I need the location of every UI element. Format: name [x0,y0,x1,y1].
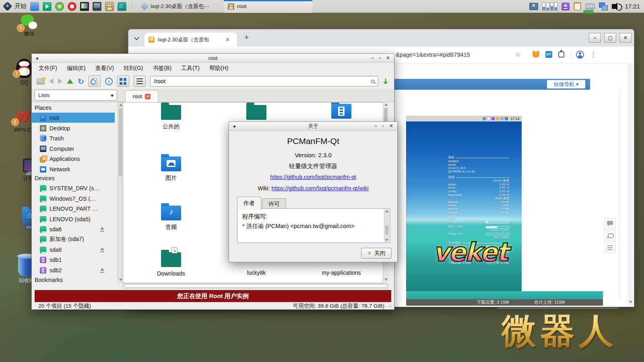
screenshot-tray-icon[interactable] [529,3,538,10]
sidebar-item-device[interactable]: sda8 [32,245,115,255]
dialog-scrollbar[interactable] [384,209,389,242]
fm-tab-close-icon[interactable]: ✕ [145,94,151,99]
folder-item[interactable]: lucky8k [232,269,281,276]
folder-item[interactable]: 图片 [147,156,195,182]
sidebar-item-applications[interactable]: Applications [32,154,115,164]
sidebar-item-network[interactable]: Network [32,164,115,174]
path-bar-input[interactable]: /root [150,76,378,86]
sidebar-scrollbar[interactable] [118,102,122,283]
resource-monitor-icon[interactable] [542,2,557,10]
filter-button[interactable] [89,76,101,87]
scroll-down-arrow-icon[interactable] [119,279,122,281]
sidebar-item-device[interactable]: LENOVO (sda5) [32,214,115,224]
about-project-link[interactable]: https://github.com/lxqt/pcmanfm-qt [270,174,356,180]
scrollbar-thumb[interactable] [385,225,388,235]
menu-bookmarks[interactable]: 书签(B) [153,65,171,72]
dialog-maximize-button[interactable]: ▫ [382,122,384,130]
thread-list-button[interactable] [604,242,615,253]
folder-item[interactable]: my-applications [317,269,365,276]
tab-authors[interactable]: 作者 [237,197,261,210]
sidebar-item-device[interactable]: LENOVO_PART … [32,204,115,214]
home-launcher-icon[interactable] [118,2,126,11]
browser-tab[interactable]: lxqt-2.30桌面（含原包 ✕ [144,33,237,47]
menu-dots-icon[interactable]: ⋮ [590,50,597,59]
start-menu-icon[interactable] [2,1,12,11]
tab-search-chevron-icon[interactable] [134,35,139,40]
taskbar-window-browser[interactable]: lxqt-2.30桌面（含原包⋯ [138,0,220,13]
reload-icon[interactable]: ↻ [78,78,84,85]
sidebar-item-desktop[interactable]: Desktop [32,123,115,133]
menu-edit[interactable]: 编辑(E) [67,65,86,72]
resize-grip[interactable] [388,304,392,308]
menu-go[interactable]: 转到(G) [124,65,143,72]
sidebar-item-computer[interactable]: Computer [32,144,115,154]
list-view-button[interactable] [134,76,146,87]
sidebar-mode-select[interactable]: Lists ▾ [35,90,117,101]
menu-help[interactable]: 帮助(H) [209,65,228,72]
folder-item[interactable] [232,105,281,120]
sidebar-item-device[interactable]: sdb2 [32,265,115,275]
folder-item-videos[interactable] [317,104,365,119]
icon-view-button[interactable] [117,76,129,87]
sidebar-item-device[interactable]: 新加卷 (sda7) [32,234,115,244]
fm-minimize-button[interactable]: – [371,54,374,62]
extension-cat-icon[interactable] [533,51,539,58]
dialog-title-bar[interactable]: 关于 – ▫ ✕ [229,122,397,131]
network-tray-icon[interactable] [599,2,608,10]
fm-tab-root[interactable]: root ✕ [125,90,158,102]
about-wiki-link[interactable]: https://github.com/lxqt/pcmanfm-qt/wiki [272,185,369,191]
scroll-up-arrow-icon[interactable] [119,104,122,106]
tv-launcher-icon[interactable] [80,2,89,11]
dialog-minimize-button[interactable]: – [374,122,377,130]
sidebar-item-device[interactable]: SYSTEM_DRV (s… [32,183,115,193]
menu-view[interactable]: 查看(V) [95,65,114,72]
comments-button[interactable]: ··· [604,218,615,229]
scroll-down-arrow-icon[interactable] [629,301,632,303]
forward-icon[interactable] [58,78,62,84]
scrollbar-thumb[interactable] [124,284,387,288]
folder-item[interactable]: ♪ 音频 [147,206,195,231]
horizontal-scrollbar[interactable] [123,283,388,289]
scroll-down-arrow-icon[interactable] [384,278,388,281]
media-player-launcher-icon[interactable] [55,2,64,11]
profile-icon[interactable] [576,51,584,59]
folder-launcher-icon[interactable] [30,2,39,11]
fm-maximize-button[interactable]: ▫ [379,54,381,62]
eject-icon[interactable] [99,247,105,252]
browser-minimize-button[interactable]: – [589,33,601,43]
back-icon[interactable] [49,78,54,84]
red-app-launcher-icon[interactable] [68,2,76,11]
volume-tray-icon[interactable] [612,4,616,9]
eject-icon[interactable] [99,227,105,232]
new-tab-button[interactable]: + [244,33,249,42]
fm-close-button[interactable]: ✕ [386,54,390,62]
taskbar-window-root[interactable]: root [224,0,312,13]
bookmark-star-icon[interactable]: ☆ [515,50,521,59]
clipboard-tray-icon[interactable] [574,2,581,10]
close-button[interactable]: ✕ 关闭 [361,248,392,259]
start-menu-label[interactable]: 开始 [14,2,27,10]
authors-text-area[interactable]: 程序编写: * 洪任谕 (PCMan) <pcman.tw@gmail.com> [237,208,390,243]
media-play-launcher-icon[interactable] [43,2,52,11]
embedded-screenshot-image[interactable]: 17:12 系统 weiqrpc weiqr Linux 6.18.0 运行时间… [406,116,522,291]
folder-item[interactable]: ↘ Downloads [147,252,195,277]
browser-scrollbar[interactable] [627,64,634,306]
sidebar-item-root[interactable]: root [32,113,115,123]
taskbar-clock[interactable]: 17:21 [625,3,640,10]
dialog-close-button[interactable]: ✕ [389,122,393,130]
menu-file[interactable]: 文件(F) [39,65,57,72]
eject-icon[interactable] [99,268,105,273]
display-launcher-icon[interactable] [93,2,101,11]
extension-kt-icon[interactable]: KT [545,51,552,58]
file-cabinet-launcher-icon[interactable] [105,2,114,11]
browser-close-button[interactable]: ✕ [619,33,632,43]
scroll-up-arrow-icon[interactable] [385,210,388,212]
quick-nav-button[interactable]: 快捷导航 ▾ [547,80,585,88]
back-to-top-button[interactable] [604,230,615,241]
scroll-down-arrow-icon[interactable] [385,239,388,241]
extensions-puzzle-icon[interactable] [558,51,564,58]
sidebar-item-device[interactable]: sda6 [32,224,115,234]
removable-media-tray-icon[interactable] [561,2,570,10]
sidebar-item-device[interactable]: sdb1 [32,255,115,265]
go-jump-icon[interactable]: ➔ [382,78,391,84]
